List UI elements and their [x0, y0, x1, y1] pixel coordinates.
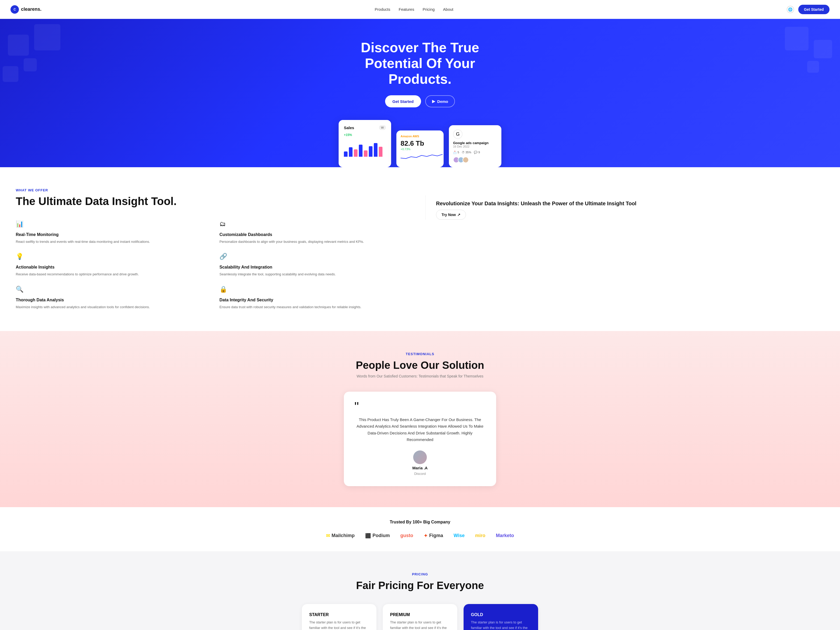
author-avatar: [413, 450, 427, 464]
pricing-premium: PREMIUM The starter plan is for users to…: [383, 604, 457, 630]
logo-text: clearens.: [21, 6, 41, 12]
hero-buttons: Get Started ▶ Demo: [11, 95, 829, 107]
figma-icon: ✦: [424, 533, 428, 538]
testimonials-label: TESTIMONIALS: [16, 352, 824, 356]
bar-4: [359, 145, 363, 157]
trusted-title: Trusted By 100+ Big Company: [16, 520, 824, 524]
bar-6: [369, 146, 373, 157]
hero-get-started-button[interactable]: Get Started: [385, 95, 421, 107]
aws-brand: Amazon AWS: [401, 135, 439, 138]
feature-dashboards-name: Customizable Dashboards: [219, 232, 415, 237]
feature-analysis-name: Thorough Data Analysis: [16, 298, 211, 302]
logo: C clearens.: [11, 5, 41, 14]
logo-icon: C: [11, 5, 19, 14]
testimonial-quote: This Product Has Truly Been A Game-Chang…: [354, 416, 486, 443]
testimonial-card: " This Product Has Truly Been A Game-Cha…: [344, 392, 496, 486]
testimonials-section: TESTIMONIALS People Love Our Solution Wo…: [0, 331, 840, 507]
campaign-stat-3: 💬 9: [474, 151, 480, 154]
nav-links: Products Features Pricing About: [375, 7, 453, 11]
campaign-avatars: [453, 157, 497, 163]
aws-value: 82.6 Tb: [401, 139, 439, 147]
sales-period-badge: W: [379, 125, 386, 130]
realtime-icon: 📊: [16, 220, 25, 230]
try-now-button[interactable]: Try Now ↗: [436, 210, 466, 220]
feature-dashboards-desc: Personalize dashboards to align with you…: [219, 239, 415, 245]
starter-desc: The starter plan is for users to get fam…: [309, 620, 369, 630]
feature-scalability: 🔗 Scalability And Integration Seamlessly…: [219, 253, 415, 277]
nav-features[interactable]: Features: [399, 7, 414, 11]
campaign-stats: 📩 5 ⏱ 35% 💬 9: [453, 151, 497, 154]
nav-about[interactable]: About: [443, 7, 453, 11]
pricing-section: PRICING Fair Pricing For Everyone STARTE…: [0, 551, 840, 630]
offer-label: WHAT WE OFFER: [16, 188, 824, 192]
google-logo: G: [453, 129, 463, 139]
feature-realtime-desc: React swiftly to trends and events with …: [16, 239, 211, 245]
offer-section: WHAT WE OFFER The Ultimate Data Insight …: [0, 167, 840, 331]
gold-desc: The starter plan is for users to get fam…: [471, 620, 531, 630]
sales-card-title: Sales: [344, 125, 354, 130]
sales-card: Sales W +15%: [339, 120, 391, 167]
feature-analysis-desc: Maximize insights with advanced analytic…: [16, 305, 211, 310]
logo-marketo: Marketo: [496, 533, 514, 538]
globe-icon[interactable]: 🌐: [787, 6, 794, 13]
avatar-3: [463, 157, 469, 163]
bar-7: [374, 143, 377, 157]
feature-dashboards: 🗂 Customizable Dashboards Personalize da…: [219, 220, 415, 245]
campaign-title: Google ads campaign: [453, 141, 497, 145]
feature-insights: 💡 Actionable Insights Receive data-based…: [16, 253, 211, 277]
campaign-stat-1: 📩 5: [453, 151, 459, 154]
starter-name: STARTER: [309, 613, 369, 617]
feature-insights-desc: Receive data-based recommendations to op…: [16, 272, 211, 277]
nav-actions: 🌐 Get Started: [787, 5, 829, 14]
author-role: Discord: [414, 472, 426, 476]
logos-row: ✉ Mailchimp ⬛ Podium gusto ✦ Figma Wise …: [16, 533, 824, 538]
mailchimp-icon: ✉: [326, 533, 330, 538]
nav-products[interactable]: Products: [375, 7, 390, 11]
logo-podium: ⬛ Podium: [365, 533, 390, 538]
campaign-stat-2: ⏱ 35%: [462, 151, 471, 154]
feature-realtime-name: Real-Time Monitoring: [16, 232, 211, 237]
logo-wise: Wise: [453, 533, 465, 538]
offer-right-title: Revolutionize Your Data Insights: Unleas…: [436, 201, 824, 207]
hero-title: Discover The True Potential Of Your Prod…: [341, 40, 499, 87]
insights-icon: 💡: [16, 253, 25, 262]
podium-icon: ⬛: [365, 533, 371, 538]
aws-card: Amazon AWS 82.6 Tb +0.73%: [396, 131, 444, 167]
premium-desc: The starter plan is for users to get fam…: [390, 620, 450, 630]
feature-scalability-desc: Seamlessly integrate the tool, supportin…: [219, 272, 415, 277]
feature-analysis: 🔍 Thorough Data Analysis Maximize insigh…: [16, 286, 211, 310]
hero-section: Discover The True Potential Of Your Prod…: [0, 19, 840, 167]
scalability-icon: 🔗: [219, 253, 229, 262]
feature-insights-name: Actionable Insights: [16, 265, 211, 270]
testimonial-author: Maria .A Discord: [354, 450, 486, 476]
pricing-gold: GOLD The starter plan is for users to ge…: [464, 604, 538, 630]
nav-pricing[interactable]: Pricing: [423, 7, 435, 11]
pricing-label: PRICING: [16, 572, 824, 576]
dashboards-icon: 🗂: [219, 220, 229, 230]
bar-3: [354, 149, 357, 157]
hero-demo-button[interactable]: ▶ Demo: [425, 95, 455, 107]
pricing-starter: STARTER The starter plan is for users to…: [302, 604, 376, 630]
author-name: Maria .A: [412, 466, 428, 470]
analysis-icon: 🔍: [16, 286, 25, 295]
nav-get-started-button[interactable]: Get Started: [798, 5, 829, 14]
campaign-date: 16 Dec 2022: [453, 145, 497, 148]
aws-sub: +0.73%: [401, 147, 439, 151]
pricing-grid: STARTER The starter plan is for users to…: [302, 604, 538, 630]
quote-mark: ": [354, 402, 486, 411]
gold-name: GOLD: [471, 613, 531, 617]
feature-security: 🔒 Data Integrity And Security Ensure dat…: [219, 286, 415, 310]
feature-scalability-name: Scalability And Integration: [219, 265, 415, 270]
testimonials-title: People Love Our Solution: [16, 359, 824, 371]
logo-gusto: gusto: [400, 533, 413, 538]
bar-5: [364, 150, 368, 157]
bar-8: [379, 147, 382, 157]
offer-title: The Ultimate Data Insight Tool.: [16, 195, 415, 207]
feature-security-desc: Ensure data trust with robust security m…: [219, 305, 415, 310]
sales-pct: +15%: [344, 133, 386, 137]
logo-mailchimp: ✉ Mailchimp: [326, 533, 355, 538]
bar-2: [349, 147, 352, 157]
trusted-section: Trusted By 100+ Big Company ✉ Mailchimp …: [0, 507, 840, 551]
feature-security-name: Data Integrity And Security: [219, 298, 415, 302]
navbar: C clearens. Products Features Pricing Ab…: [0, 0, 840, 19]
